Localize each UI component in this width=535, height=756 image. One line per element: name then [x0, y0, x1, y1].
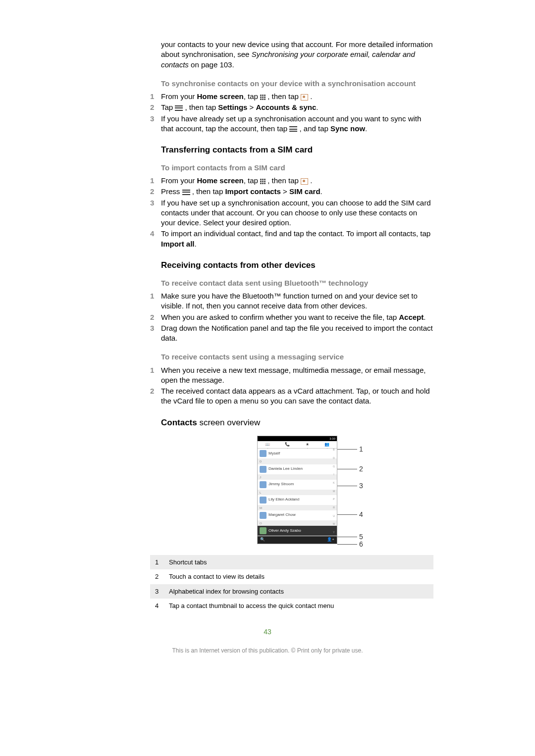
step-text: Press , then tap Import contacts > SIM c… — [161, 187, 433, 197]
subheading-sync: To synchronise contacts on your device w… — [161, 79, 433, 89]
bold-text: Home screen — [197, 92, 244, 101]
contact-name: Jimmy Stroom — [268, 482, 294, 487]
text: . — [321, 187, 322, 196]
avatar — [260, 512, 267, 519]
text: , and tap — [297, 124, 330, 133]
callout-number: 6 — [359, 540, 363, 548]
avatar — [260, 450, 267, 457]
text: , tap — [244, 176, 260, 185]
step-row: 1 From your Home screen, tap , then tap … — [150, 176, 433, 186]
step-number: 2 — [150, 102, 161, 112]
step-row: 2The received contact data appears as a … — [150, 386, 433, 406]
callout-3: 3 — [337, 481, 363, 491]
legend-num: 1 — [155, 558, 169, 567]
text: > — [247, 103, 256, 111]
contact-name: Myself — [268, 451, 280, 456]
contact-name: Margaret Chow — [268, 512, 296, 518]
bottom-bar: 🔍 👤+ — [258, 536, 337, 544]
callout-2: 2 — [337, 464, 363, 474]
contacts-screenshot: 3:30 📖 📞 ★ 👥 Myself D Daniela Lee Linden… — [161, 436, 433, 544]
step-row: 4 To import an individual contact, find … — [150, 229, 433, 249]
text: . — [424, 313, 426, 321]
document-page: your contacts to your new device using t… — [72, 0, 463, 674]
step-number: 1 — [150, 176, 161, 186]
index-separator: M — [258, 505, 337, 510]
text: From your — [161, 92, 197, 101]
text: Press — [161, 187, 182, 196]
heading-transfer: Transferring contacts from a SIM card — [161, 145, 433, 156]
heading-normal: screen overview — [197, 418, 261, 427]
legend-text: Alphabetical index for browsing contacts — [169, 587, 284, 596]
contact-icon — [301, 178, 308, 185]
index-separator: D — [258, 459, 337, 464]
subheading-bluetooth: To receive contact data sent using Bluet… — [161, 278, 433, 288]
bold-text: SIM card — [289, 187, 321, 196]
text: . — [195, 240, 197, 248]
step-row: 3Drag down the Notification panel and ta… — [150, 323, 433, 344]
phone-mock: 3:30 📖 📞 ★ 👥 Myself D Daniela Lee Linden… — [257, 436, 337, 544]
heading-bold: Contacts — [161, 418, 197, 427]
step-row: 2When you are asked to confirm whether y… — [150, 312, 433, 322]
step-text: From your Home screen, tap , then tap . — [161, 176, 433, 186]
shortcut-tabs: 📖 📞 ★ 👥 — [258, 441, 337, 449]
steps-messaging: 1When you receive a new text message, mu… — [150, 365, 433, 406]
text: To import an individual contact, find an… — [161, 229, 430, 238]
bold-text: Import all — [161, 240, 195, 248]
callout-number: 1 — [359, 445, 363, 453]
content-area: your contacts to your new device using t… — [161, 40, 433, 613]
step-number: 3 — [150, 198, 161, 228]
callout-number: 4 — [359, 510, 363, 518]
subheading-messaging: To receive contacts sent using a messagi… — [161, 352, 433, 362]
step-text: The received contact data appears as a v… — [161, 386, 433, 406]
step-text: When you receive a new text message, mul… — [161, 365, 433, 386]
step-number: 2 — [150, 187, 161, 197]
step-number: 3 — [150, 114, 161, 134]
legend-row: 3Alphabetical index for browsing contact… — [150, 584, 433, 599]
alpha-index: BDGIKMPRUWY — [332, 446, 336, 537]
avatar — [260, 497, 267, 504]
contact-row: Jimmy Stroom — [258, 480, 337, 490]
heading-overview: Contacts screen overview — [161, 417, 433, 429]
contact-row: Myself — [258, 449, 337, 459]
page-number: 43 — [102, 627, 433, 637]
step-text: If you have already set up a synchronisa… — [161, 114, 433, 134]
text: . — [316, 103, 318, 111]
step-text: If you have set up a synchronisation acc… — [161, 198, 433, 228]
step-text: To import an individual contact, find an… — [161, 229, 433, 249]
index-separator: J — [258, 475, 337, 480]
intro-text-b: on page 103. — [189, 60, 234, 69]
legend-table: 1Shortcut tabs 2Touch a contact to view … — [150, 555, 433, 613]
index-separator: O — [258, 521, 337, 526]
step-number: 2 — [150, 312, 161, 322]
text: . — [308, 92, 312, 101]
legend-text: Shortcut tabs — [169, 558, 207, 567]
status-bar: 3:30 — [258, 436, 337, 441]
text: When you are asked to confirm whether yo… — [161, 313, 399, 321]
steps-sync: 1 From your Home screen, tap , then tap … — [150, 92, 433, 134]
contact-row: Oliver Andy Szabo — [258, 526, 337, 536]
step-number: 1 — [150, 365, 161, 386]
step-number: 2 — [150, 386, 161, 406]
step-row: 2 Tap , then tap Settings > Accounts & s… — [150, 102, 433, 112]
apps-grid-icon — [260, 179, 266, 184]
step-row: 1When you receive a new text message, mu… — [150, 365, 433, 386]
footer-text: This is an Internet version of this publ… — [102, 647, 433, 655]
legend-row: 4Tap a contact thumbnail to access the q… — [150, 599, 433, 613]
legend-text: Touch a contact to view its details — [169, 572, 265, 581]
legend-row: 2Touch a contact to view its details — [150, 569, 433, 584]
contact-row: Daniela Lee Linden — [258, 464, 337, 475]
step-row: 1 From your Home screen, tap , then tap … — [150, 92, 433, 101]
bold-text: Accept — [399, 313, 424, 321]
bold-text: Home screen — [197, 176, 244, 185]
avatar — [260, 466, 267, 473]
tab-icon: 📞 — [277, 441, 297, 449]
text: . — [365, 124, 367, 133]
heading-receive: Receiving contacts from other devices — [161, 260, 433, 271]
text: , then tap — [266, 92, 301, 101]
callout-6: 6 — [337, 540, 363, 549]
step-text: Tap , then tap Settings > Accounts & syn… — [161, 102, 433, 112]
contact-name: Oliver Andy Szabo — [268, 528, 301, 534]
text: > — [281, 187, 289, 196]
callout-1: 1 — [337, 445, 363, 454]
step-row: 3 If you have already set up a synchroni… — [150, 114, 433, 134]
